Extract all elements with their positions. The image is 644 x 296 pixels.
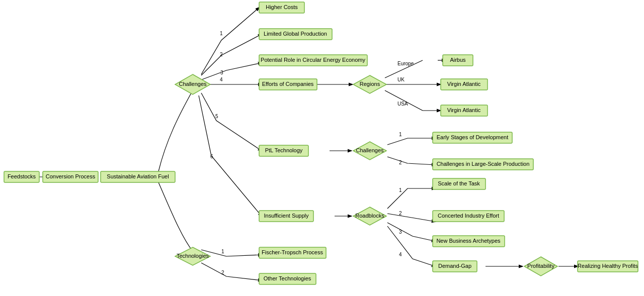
scale-task-label: Scale of the Task [438, 180, 480, 186]
challenges-large-label: Challenges in Large-Scale Production [437, 161, 530, 167]
higher-costs-label: Higher Costs [266, 4, 298, 10]
edge-ch-insufficient [199, 95, 262, 216]
roadblocks-diamond-label: Roadblocks [355, 213, 384, 219]
limited-global-label: Limited Global Production [264, 31, 327, 37]
feedstocks-label: Feedstocks [8, 173, 36, 179]
edge-label-rb-3: 3 [399, 229, 402, 235]
edge-saf-technologies [158, 182, 193, 251]
region-label-usa: USA [397, 101, 408, 107]
edge-rb-concerted [387, 214, 435, 222]
potential-role-label: Potential Role in Circular Energy Econom… [261, 57, 365, 63]
concerted-effort-label: Concerted Industry Effort [438, 213, 499, 219]
edge-label-rb-1: 1 [399, 187, 402, 193]
virgin-atlantic-uk-label: Virgin Atlantic [447, 81, 481, 87]
conversion-label: Conversion Process [46, 173, 96, 179]
edge-label-ch2-2: 2 [399, 160, 402, 165]
edge-rb-new-business [387, 223, 435, 241]
edge-saf-challenges [158, 90, 193, 171]
edge-label-rb-2: 2 [399, 211, 402, 216]
edge-ch-ptl [201, 93, 262, 151]
challenges-diamond-label: Challenges [179, 81, 207, 87]
edge-label-rb-4: 4 [399, 252, 402, 257]
insufficient-supply-label: Insufficient Supply [264, 213, 309, 219]
fischer-tropsch-label: Fischer-Tropsch Process [262, 249, 323, 255]
edge-label-2: 2 [220, 52, 223, 57]
efforts-companies-label: Efforts of Companies [262, 81, 314, 87]
edge-label-3: 3 [220, 70, 223, 75]
ptl-technology-label: PtL Technology [265, 147, 303, 153]
edge-label-ch2-1: 1 [399, 132, 402, 137]
early-stages-label: Early Stages of Development [437, 134, 508, 140]
edge-label-1: 1 [220, 31, 223, 36]
regions-diamond-label: Regions [360, 81, 380, 87]
new-business-label: New Business Archetypes [436, 238, 501, 244]
edge-label-tech-2: 2 [221, 270, 224, 275]
other-technologies-label: Other Technologies [264, 275, 311, 281]
diagram-canvas: 1 2 3 4 Europe UK USA 5 1 2 6 1 2 3 4 [0, 0, 644, 296]
edge-ch2-early [387, 138, 435, 145]
saf-label: Sustainable Aviation Fuel [107, 173, 169, 179]
edge-ch2-large [387, 157, 435, 165]
edge-rb-scale [387, 188, 435, 209]
region-label-uk: UK [397, 77, 405, 82]
edge-tech-fischer [201, 250, 262, 256]
edge-tech-other [201, 263, 262, 280]
realizing-profits-label: Realizing Healthy Profits [578, 263, 638, 269]
edge-label-tech-1: 1 [221, 249, 224, 254]
edge-ch-higher-costs [201, 8, 259, 74]
technologies-diamond-label: Technologies [177, 253, 209, 259]
demand-gap-label: Demand-Gap [438, 263, 471, 269]
edge-rb-demand [387, 226, 435, 266]
airbus-label: Airbus [450, 57, 466, 63]
edge-label-4: 4 [220, 77, 223, 82]
edge-label-5: 5 [215, 114, 218, 119]
profitability-diamond-label: Profitability [527, 263, 554, 269]
line-regions-usa [385, 90, 423, 111]
challenges2-diamond-label: Challenges [356, 147, 384, 153]
region-label-europe: Europe [397, 61, 414, 66]
virgin-atlantic-usa-label: Virgin Atlantic [447, 107, 481, 113]
edge-label-6: 6 [210, 154, 213, 159]
